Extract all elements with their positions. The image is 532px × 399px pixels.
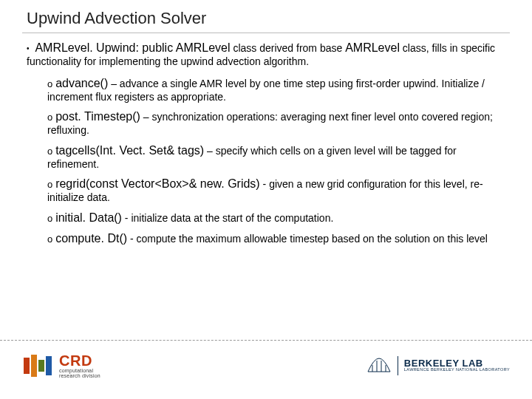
method-name: post. Timestep() bbox=[55, 110, 140, 123]
method-desc: – advance a single AMR level by one time… bbox=[47, 78, 485, 103]
sub-bullet: o bbox=[47, 146, 52, 157]
sub-bullet: o bbox=[47, 233, 52, 245]
list-item: o compute. Dt() - compute the maximum al… bbox=[47, 231, 502, 246]
list-item: o advance() – advance a single AMR level… bbox=[47, 76, 502, 104]
method-name: tagcells(Int. Vect. Set& tags) bbox=[55, 144, 204, 157]
sub-bullet: o bbox=[47, 112, 52, 123]
slide-title: Upwind Advection Solver bbox=[27, 9, 510, 28]
lbl-mark-icon bbox=[366, 357, 392, 375]
method-list: o advance() – advance a single AMR level… bbox=[27, 76, 502, 246]
slide-body: • AMRLevel. Upwind: public AMRLevel clas… bbox=[22, 41, 510, 246]
crd-acronym: CRD bbox=[59, 353, 100, 368]
sub-bullet: o bbox=[47, 179, 52, 190]
crd-line1: computational bbox=[59, 368, 100, 373]
footer: CRD computational research division BERK… bbox=[0, 340, 532, 384]
list-item: o regrid(const Vector<Box>& new. Grids) … bbox=[47, 177, 502, 205]
svg-rect-2 bbox=[38, 360, 44, 372]
method-name: compute. Dt() bbox=[55, 232, 127, 245]
svg-rect-0 bbox=[24, 358, 30, 374]
crd-logo: CRD computational research division bbox=[22, 353, 100, 378]
list-item: o tagcells(Int. Vect. Set& tags) – speci… bbox=[47, 143, 502, 171]
method-desc: - compute the maximum allowable timestep… bbox=[127, 233, 488, 245]
list-item: o initial. Data() - initialize data at t… bbox=[47, 211, 502, 225]
method-name: initial. Data() bbox=[55, 211, 122, 224]
lead-paragraph: • AMRLevel. Upwind: public AMRLevel clas… bbox=[27, 41, 502, 69]
crd-line2: research division bbox=[59, 373, 100, 378]
crd-mark-icon bbox=[22, 355, 55, 377]
svg-rect-3 bbox=[46, 356, 52, 375]
method-desc: - initialize data at the start of the co… bbox=[122, 212, 333, 224]
method-name: regrid(const Vector<Box>& new. Grids) bbox=[55, 177, 260, 190]
lbl-text: BERKELEY LAB LAWRENCE BERKELEY NATIONAL … bbox=[404, 358, 510, 372]
title-rule bbox=[22, 33, 510, 33]
bullet-icon: • bbox=[27, 44, 30, 54]
lead-mid: class derived from base bbox=[231, 42, 346, 54]
slide: Upwind Advection Solver • AMRLevel. Upwi… bbox=[0, 0, 532, 399]
sub-bullet: o bbox=[47, 78, 52, 89]
class-decl: AMRLevel. Upwind: public AMRLevel bbox=[35, 41, 230, 54]
svg-rect-1 bbox=[31, 355, 37, 377]
method-name: advance() bbox=[55, 77, 108, 89]
berkeley-lab-logo: BERKELEY LAB LAWRENCE BERKELEY NATIONAL … bbox=[366, 356, 510, 375]
base-class: AMRLevel bbox=[345, 41, 400, 54]
crd-text: CRD computational research division bbox=[59, 353, 100, 378]
sub-bullet: o bbox=[47, 213, 52, 224]
list-item: o post. Timestep() – synchronization ope… bbox=[47, 109, 502, 137]
divider bbox=[398, 356, 398, 375]
lbl-sub: LAWRENCE BERKELEY NATIONAL LABORATORY bbox=[404, 368, 510, 372]
